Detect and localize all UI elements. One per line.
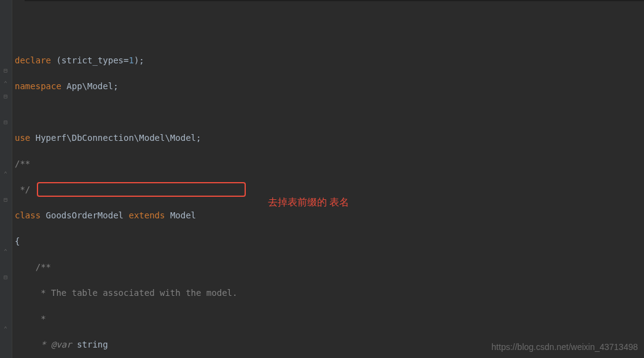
fold-icon[interactable]: ⌃ bbox=[4, 80, 7, 87]
fold-icon[interactable]: ⌃ bbox=[4, 248, 7, 255]
code-line: use Hyperf\DbConnection\Model\Model; bbox=[15, 132, 644, 145]
code-editor[interactable]: ⊟ ⌃ ⊟ ⊟ ⌃ ⊟ ⌃ ⊟ ⌃ declare (strict_types=… bbox=[0, 0, 644, 358]
code-line: * bbox=[15, 312, 644, 325]
code-line: declare (strict_types=1); bbox=[15, 54, 644, 67]
code-line: */ bbox=[15, 183, 644, 196]
fold-icon[interactable]: ⌃ bbox=[4, 325, 7, 332]
code-line: namespace App\Model; bbox=[15, 80, 644, 93]
code-line bbox=[15, 28, 644, 41]
code-line: /** bbox=[15, 261, 644, 274]
fold-icon[interactable]: ⊟ bbox=[4, 93, 7, 100]
gutter: ⊟ ⌃ ⊟ ⊟ ⌃ ⊟ ⌃ ⊟ ⌃ bbox=[0, 0, 12, 358]
annotation-text: 去掉表前缀的 表名 bbox=[268, 196, 349, 209]
code-line: /** bbox=[15, 157, 644, 170]
code-line: * The table associated with the model. bbox=[15, 287, 644, 300]
code-line: { bbox=[15, 235, 644, 248]
fold-icon[interactable]: ⊟ bbox=[4, 119, 7, 125]
code-line bbox=[15, 106, 644, 119]
code-line: class GoodsOrderModel extends Model bbox=[15, 209, 644, 222]
fold-icon[interactable]: ⌃ bbox=[4, 170, 7, 177]
fold-icon[interactable]: ⊟ bbox=[4, 274, 7, 280]
code-line: * @var string bbox=[15, 338, 644, 351]
code-area[interactable]: declare (strict_types=1); namespace App\… bbox=[12, 0, 644, 358]
fold-icon[interactable]: ⊟ bbox=[4, 67, 7, 74]
fold-icon[interactable]: ⊟ bbox=[4, 196, 7, 203]
shadow bbox=[25, 0, 644, 1]
